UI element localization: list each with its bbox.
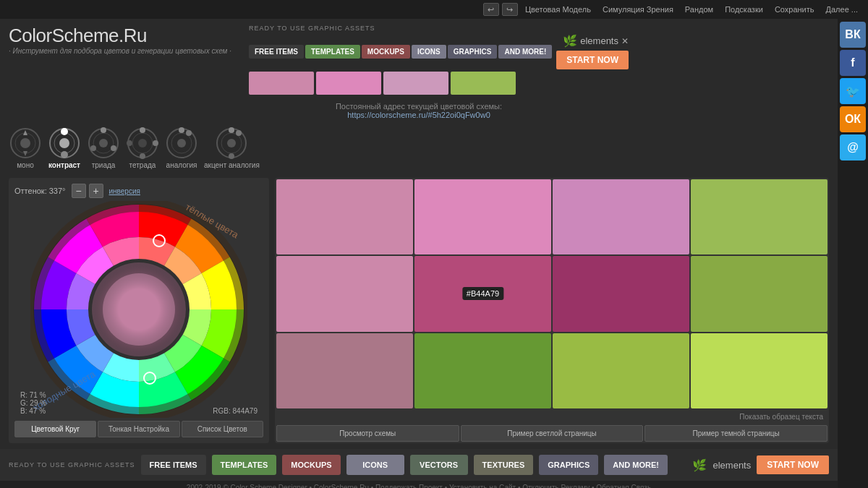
schema-analogy[interactable]: аналогия bbox=[165, 127, 198, 169]
ad-icons-button[interactable]: ICONS bbox=[412, 45, 446, 59]
color-cell-1-1[interactable]: #B44A79 bbox=[414, 256, 551, 331]
social-twitter-button[interactable]: 🐦 bbox=[840, 78, 866, 104]
logo-title: ColorScheme.Ru bbox=[9, 25, 240, 47]
wheel-rgb-info: R: 71 % G: 29 % B: 47 % bbox=[20, 391, 46, 415]
svg-point-8 bbox=[61, 151, 68, 158]
color-cell-0-2[interactable] bbox=[553, 179, 689, 254]
svg-point-19 bbox=[153, 140, 158, 146]
color-cell-1-0[interactable] bbox=[276, 256, 413, 331]
color-model-button[interactable]: Цветовая Модель bbox=[521, 4, 595, 15]
scheme-url-link[interactable]: https://colorscheme.ru/#5h22oi0qFw0w0 bbox=[347, 111, 490, 119]
redo-button[interactable]: ↪ bbox=[502, 3, 518, 16]
color-cell-1-2[interactable] bbox=[553, 256, 689, 331]
ad-graphics-button[interactable]: GRAPHICS bbox=[448, 45, 498, 59]
svg-point-26 bbox=[186, 130, 192, 136]
schema-triada-label: триада bbox=[92, 161, 116, 169]
undo-button[interactable]: ↩ bbox=[483, 3, 499, 16]
schema-triada[interactable]: триада bbox=[87, 127, 120, 169]
schema-mono[interactable]: моно bbox=[9, 127, 42, 169]
b-value: B: 47 % bbox=[20, 407, 46, 415]
main-wrap: ColorScheme.Ru · Инструмент для подбора … bbox=[0, 19, 868, 488]
hue-plus-button[interactable]: + bbox=[89, 184, 103, 198]
svg-point-2 bbox=[20, 138, 30, 148]
bottom-icons-button[interactable]: ICONS bbox=[346, 455, 404, 475]
elements-logo: elements bbox=[580, 35, 618, 46]
vision-sim-button[interactable]: Симуляция Зрения bbox=[598, 4, 678, 15]
svg-point-31 bbox=[236, 130, 242, 136]
social-sidebar: ВК f 🐦 ОК @ bbox=[838, 19, 868, 488]
scheme-panel: #B44A79 Показать образец текста Просмотр… bbox=[275, 178, 829, 443]
color-cell-2-3[interactable] bbox=[691, 333, 827, 408]
svg-point-14 bbox=[90, 145, 96, 151]
top-start-now-button[interactable]: START NOW bbox=[556, 51, 629, 69]
social-ok-button[interactable]: ОК bbox=[840, 106, 866, 132]
ad-mockups-button[interactable]: MOCKUPS bbox=[362, 45, 410, 59]
bottom-free-items-button[interactable]: FREE ITEMS bbox=[141, 455, 206, 475]
bottom-mockups-button[interactable]: MOCKUPS bbox=[282, 455, 340, 475]
svg-point-27 bbox=[177, 139, 186, 147]
rgb-display: RGB: 844A79 bbox=[213, 407, 258, 415]
save-button[interactable]: Сохранить bbox=[770, 4, 819, 15]
bottom-start-now-button[interactable]: START NOW bbox=[757, 455, 829, 474]
svg-point-21 bbox=[127, 140, 132, 146]
swatch-green1 bbox=[451, 72, 516, 95]
main-content: Оттенок: 337° − + инверсия тёплые цвета bbox=[0, 172, 838, 449]
ad-templates-button[interactable]: TEMPLATES bbox=[305, 45, 360, 59]
url-line: Постоянный адрес текущей цветовой схемы:… bbox=[0, 100, 838, 124]
color-cell-0-1[interactable] bbox=[414, 179, 551, 254]
color-cell-2-1[interactable] bbox=[414, 333, 551, 408]
svg-point-25 bbox=[179, 127, 184, 133]
bottom-textures-button[interactable]: TEXTURES bbox=[474, 455, 534, 475]
r-value: R: 71 % bbox=[20, 391, 46, 399]
ad-free-items-button[interactable]: FREE ITEMS bbox=[249, 45, 304, 59]
wheel-tabs: Цветовой Круг Тонкая Настройка Список Цв… bbox=[14, 421, 263, 437]
schema-contrast[interactable]: контраст bbox=[48, 127, 81, 169]
top-ad-buttons: FREE ITEMS TEMPLATES MOCKUPS ICONS GRAPH… bbox=[249, 45, 552, 59]
footer: 2002-2019 © Color Scheme Designer • Colo… bbox=[0, 481, 838, 488]
color-cell-2-0[interactable] bbox=[276, 333, 413, 408]
hue-minus-button[interactable]: − bbox=[72, 184, 86, 198]
bottom-leaf-icon: 🌿 bbox=[692, 458, 707, 472]
hints-button[interactable]: Подсказки bbox=[720, 4, 767, 15]
tab-dark-page[interactable]: Пример темной страницы bbox=[644, 425, 827, 442]
random-button[interactable]: Рандом bbox=[681, 4, 718, 15]
svg-marker-3 bbox=[23, 130, 27, 135]
more-button[interactable]: Далее ... bbox=[822, 4, 862, 15]
wheel-container: тёплые цвета bbox=[14, 201, 263, 418]
color-cell-2-2[interactable] bbox=[553, 333, 689, 408]
ad-more-button[interactable]: AND MORE! bbox=[498, 45, 552, 59]
schema-accent-label: акцент аналогия bbox=[204, 161, 260, 169]
bottom-graphics-button[interactable]: GRAPHICS bbox=[539, 455, 598, 475]
top-ad-right: 🌿 elements ✕ START NOW bbox=[556, 34, 629, 69]
tab-light-page[interactable]: Пример светлой страницы bbox=[461, 425, 644, 442]
color-wheel-svg[interactable] bbox=[30, 201, 247, 418]
scheme-info[interactable]: Показать образец текста bbox=[275, 410, 829, 424]
inversion-link[interactable]: инверсия bbox=[109, 187, 140, 195]
svg-point-12 bbox=[101, 127, 106, 133]
svg-point-33 bbox=[227, 139, 236, 147]
bottom-more-button[interactable]: AND MORE! bbox=[604, 455, 668, 475]
footer-text: 2002-2019 © Color Scheme Designer • Colo… bbox=[187, 484, 651, 488]
wheel-panel: Оттенок: 337° − + инверсия тёплые цвета bbox=[9, 178, 269, 443]
tab-color-list[interactable]: Список Цветов bbox=[182, 421, 263, 437]
url-label: Постоянный адрес текущей цветовой схемы: bbox=[336, 102, 502, 111]
center-content: ColorScheme.Ru · Инструмент для подбора … bbox=[0, 19, 838, 488]
tab-color-wheel[interactable]: Цветовой Круг bbox=[14, 421, 96, 437]
wheel-header: Оттенок: 337° − + инверсия bbox=[14, 184, 263, 198]
social-telegram-button[interactable]: @ bbox=[840, 134, 866, 160]
color-cell-0-3[interactable] bbox=[691, 179, 827, 254]
svg-point-15 bbox=[99, 139, 108, 147]
bottom-templates-button[interactable]: TEMPLATES bbox=[212, 455, 277, 475]
social-vk-button[interactable]: ВК bbox=[840, 22, 866, 48]
color-cell-1-3[interactable] bbox=[691, 256, 827, 331]
close-ad-button[interactable]: ✕ bbox=[621, 36, 629, 46]
svg-marker-4 bbox=[23, 151, 27, 156]
schema-tetrada[interactable]: тетрада bbox=[126, 127, 159, 169]
bottom-vectors-button[interactable]: VECTORS bbox=[410, 455, 468, 475]
tab-fine-tuning[interactable]: Тонкая Настройка bbox=[98, 421, 179, 437]
tab-view-scheme[interactable]: Просмотр схемы bbox=[276, 425, 459, 442]
scheme-grid: #B44A79 bbox=[275, 178, 829, 410]
social-facebook-button[interactable]: f bbox=[840, 50, 866, 76]
schema-accent-analogy[interactable]: акцент аналогия bbox=[204, 127, 260, 169]
color-cell-0-0[interactable] bbox=[276, 179, 413, 254]
